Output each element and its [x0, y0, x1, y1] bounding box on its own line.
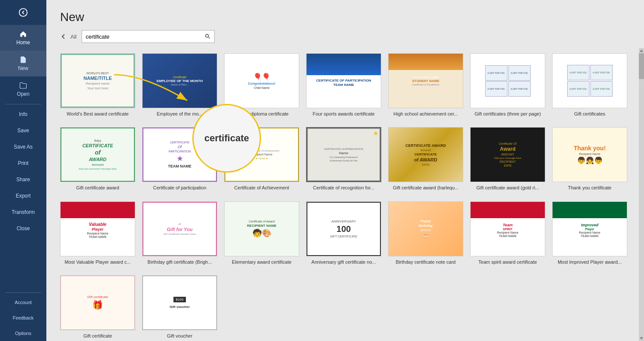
sidebar-item-share[interactable]: Share [0, 171, 46, 188]
template-row-2: Baby CERTIFICATE of AWARD Amount Add you… [60, 127, 630, 191]
template-gift-three[interactable]: A GIFT FOR YOU A GIFT FOR YOU A GIFT FOR… [470, 53, 545, 117]
template-thumb-goldri: Certificate Of Award AMOUNT Add your mes… [470, 127, 545, 182]
template-thumb-bday-note: Happy Birthday Amount 🎂 [388, 201, 463, 256]
scroll-up-arrow[interactable] [639, 48, 644, 53]
template-row-1: WORLD'S BEST NAME/TITLE Recipient name Y… [60, 53, 630, 117]
template-label-gift-three: Gift certificates (three per page) [474, 111, 541, 117]
search-input[interactable] [82, 30, 201, 43]
template-label-anniversary: Anniversary gift certificate no... [311, 259, 376, 265]
template-elementary[interactable]: Certificate of Award RECIPIENT NAME 🧒🎨 E… [224, 201, 299, 265]
favorite-star[interactable]: ★ [373, 130, 379, 137]
template-voucher[interactable]: $100 Gift voucher Gift voucher [142, 275, 217, 339]
template-high-school[interactable]: HIGH SCHOOL NAME STUDENT NAME Certificat… [388, 53, 463, 117]
template-label-gift-single: Gift certificates [574, 111, 605, 117]
sidebar-item-new-label: New [18, 65, 28, 71]
template-improved[interactable]: MOST Improved Player Recipient Name TEAM… [552, 201, 627, 265]
sidebar-item-account[interactable]: Account [0, 295, 46, 310]
sidebar-item-open-label: Open [17, 91, 29, 97]
template-thumb-four-sports: —COMPETITION NAME— CERTIFICATE OF PARTIC… [306, 53, 381, 108]
sidebar-item-options[interactable]: Options [0, 326, 46, 341]
template-thumb-recognition: CERTIFICATE of APPRECIATION Name For Out… [306, 127, 381, 182]
template-grid: WORLD'S BEST NAME/TITLE Recipient name Y… [46, 48, 644, 341]
search-row: All [60, 30, 630, 43]
template-worlds-best[interactable]: WORLD'S BEST NAME/TITLE Recipient name Y… [60, 53, 135, 117]
template-thumb-elementary: Certificate of Award RECIPIENT NAME 🧒🎨 [224, 201, 299, 256]
sidebar: Home New Open Info Save Save As Print Sh… [0, 0, 46, 341]
template-label-gift-award: Gift certificate award [76, 185, 119, 191]
template-thumb-high-school: HIGH SCHOOL NAME STUDENT NAME Certificat… [388, 53, 463, 108]
template-goldri[interactable]: Certificate Of Award AMOUNT Add your mes… [470, 127, 545, 191]
svg-point-0 [19, 9, 27, 16]
template-thumb-gift-single: A GIFT FOR YOU A GIFT FOR YOU A GIFT FOR… [552, 53, 627, 108]
zoom-circle: certificate [192, 104, 261, 173]
main-panel: New All certificate [46, 0, 644, 341]
template-label-high-school: High school achievement cer... [394, 111, 458, 117]
template-gift-single[interactable]: A GIFT FOR YOU A GIFT FOR YOU A GIFT FOR… [552, 53, 627, 117]
template-label-recognition: Certificate of recognition for... [313, 185, 374, 191]
template-thankyou[interactable]: Thank you! Recipient Name 👦👧👦 Thank you … [552, 127, 627, 191]
sidebar-item-home[interactable]: Home [0, 25, 46, 51]
page-title: New [60, 10, 630, 24]
sidebar-item-close[interactable]: Close [0, 220, 46, 237]
sidebar-item-home-label: Home [16, 40, 30, 46]
template-label-goldri: Gift certificate award (gold ri... [476, 185, 539, 191]
template-label-improved: Most Improved Player award... [558, 259, 622, 265]
template-thumb-worlds-best: WORLD'S BEST NAME/TITLE Recipient name Y… [60, 53, 135, 108]
zoom-text: certificate [204, 133, 249, 144]
template-label-team-spirit: Team spirit award certificate [478, 259, 537, 265]
template-label-bday-note: Birthday certificate note card [396, 259, 456, 265]
search-button[interactable] [201, 33, 214, 40]
template-recognition[interactable]: CERTIFICATE of APPRECIATION Name For Out… [306, 127, 381, 191]
sidebar-item-open[interactable]: Open [0, 76, 46, 102]
template-four-sports[interactable]: —COMPETITION NAME— CERTIFICATE OF PARTIC… [306, 53, 381, 117]
template-bday-note[interactable]: Happy Birthday Amount 🎂 Birthday certifi… [388, 201, 463, 265]
template-birthday-gift[interactable]: A Gift for You Gift Certificate Number H… [142, 201, 217, 265]
search-back-button[interactable] [60, 33, 67, 40]
template-employee-month[interactable]: Certificate EMPLOYEE OF THE MONTH Name o… [142, 53, 217, 117]
sidebar-item-feedback[interactable]: Feedback [0, 310, 46, 326]
template-label-elementary: Elementary award certificate [232, 259, 292, 265]
sidebar-item-save-as[interactable]: Save As [0, 139, 46, 155]
template-label-four-sports: Four sports awards certificate [313, 111, 374, 117]
template-thumb-school-diploma: 🎈🎈 Congratulations! Child Name [224, 53, 299, 108]
sidebar-item-print[interactable]: Print [0, 155, 46, 171]
sidebar-item-new[interactable]: New [0, 51, 46, 76]
template-thumb-birthday-gift: A Gift for You Gift Certificate Number H… [142, 201, 217, 256]
sidebar-section: Info Save Save As Print Share Export Tra… [0, 106, 46, 291]
template-thumb-gift-small: Gift certificate 🎁 [60, 275, 135, 330]
template-label-valuable: Most Valuable Player award c... [65, 259, 131, 265]
template-thumb-thankyou: Thank you! Recipient Name 👦👧👦 [552, 127, 627, 182]
sidebar-item-export[interactable]: Export [0, 188, 46, 204]
template-row-4: Gift certificate 🎁 Gift certificate $100… [60, 275, 630, 339]
template-gift-small[interactable]: Gift certificate 🎁 Gift certificate [60, 275, 135, 339]
template-thumb-improved: MOST Improved Player Recipient Name TEAM… [552, 201, 627, 256]
svg-marker-3 [640, 49, 643, 52]
template-valuable[interactable]: MOST Valuable Player Recipient Name TEAM… [60, 201, 135, 265]
template-anniversary[interactable]: ANNIVERSARY 100 GIFT CERTIFICATE Anniver… [306, 201, 381, 265]
template-gift-award[interactable]: Baby CERTIFICATE of AWARD Amount Add you… [60, 127, 135, 191]
template-label-voucher: Gift voucher [167, 333, 192, 339]
template-thumb-team-spirit: MOST Team SPIRIT Recipient Name TEAM NAM… [470, 201, 545, 256]
scrollbar-thumb[interactable] [639, 53, 644, 79]
template-label-worlds-best: World's Best award certificate [67, 111, 128, 117]
scroll-down-arrow[interactable] [639, 336, 644, 341]
sidebar-item-transform[interactable]: Transform [0, 204, 46, 220]
template-thumb-harlequin: CERTIFICATE AWARD Amount CERTIFICATE of … [388, 127, 463, 182]
content-wrapper: certificate WORLD'S BEST NAME/TITLE Reci… [46, 48, 644, 341]
template-thumb-gift-award: Baby CERTIFICATE of AWARD Amount Add you… [60, 127, 135, 182]
scrollbar-track[interactable] [639, 48, 644, 341]
sidebar-item-info[interactable]: Info [0, 106, 46, 122]
template-label-thankyou: Thank you certificate [568, 185, 612, 191]
template-thumb-employee-month: Certificate EMPLOYEE OF THE MONTH Name o… [142, 53, 217, 108]
template-thumb-gift-three: A GIFT FOR YOU A GIFT FOR YOU A GIFT FOR… [470, 53, 545, 108]
sidebar-item-save[interactable]: Save [0, 122, 46, 139]
header: New All [46, 0, 644, 48]
template-label-achievement: Certificate of Achievement [234, 185, 289, 191]
template-harlequin[interactable]: CERTIFICATE AWARD Amount CERTIFICATE of … [388, 127, 463, 191]
back-button[interactable] [0, 0, 46, 25]
template-team-spirit[interactable]: MOST Team SPIRIT Recipient Name TEAM NAM… [470, 201, 545, 265]
template-label-employee-month: Employee of the mo... [157, 111, 203, 117]
template-row-3: MOST Valuable Player Recipient Name TEAM… [60, 201, 630, 265]
template-label-participation: Certificate of participation [153, 185, 206, 191]
svg-marker-4 [640, 337, 643, 340]
